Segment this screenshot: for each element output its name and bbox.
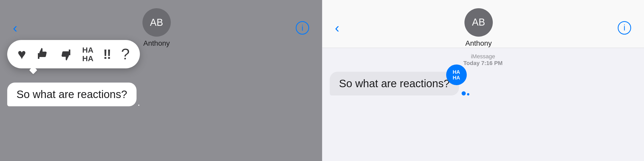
message-area-right: iMessage Today 7:16 PM So what are react… — [322, 48, 644, 161]
back-button-right[interactable]: ‹ — [335, 21, 339, 35]
bubble-container-right: So what are reactions? HA HA — [330, 72, 469, 95]
bubble-right-container: So what are reactions? HA HA — [330, 72, 459, 95]
timestamp-label: iMessage Today 7:16 PM — [330, 53, 636, 67]
back-button-left[interactable]: ‹ — [13, 21, 17, 35]
info-button-left[interactable]: i — [296, 21, 309, 35]
bubble-row: So what are reactions? HA HA — [330, 72, 469, 95]
avatar-left[interactable]: AB — [142, 8, 171, 37]
info-button-right[interactable]: i — [618, 21, 631, 35]
contact-name-left: Anthony — [143, 39, 170, 47]
message-area-left: So what are reactions? — [7, 83, 137, 106]
reaction-thumbs-down[interactable] — [59, 47, 72, 61]
reaction-question[interactable]: ? — [121, 46, 130, 62]
header-center-left: AB Anthony — [142, 8, 171, 47]
contact-name-right: Anthony — [465, 39, 492, 47]
reaction-picker: ♥ HA HA ‼ ? — [7, 40, 140, 68]
reaction-thumbs-up[interactable] — [36, 47, 49, 61]
reaction-badge-haha[interactable]: HA HA — [446, 65, 467, 85]
panel-divider — [322, 0, 322, 161]
avatar-right[interactable]: AB — [464, 8, 493, 37]
header-center-right: AB Anthony — [464, 8, 493, 47]
tail-dot-large — [462, 91, 466, 95]
tail-dot-small — [467, 93, 469, 95]
header-right: ‹ AB Anthony i — [322, 0, 644, 48]
timestamp-value: Today 7:16 PM — [463, 60, 503, 66]
panel-right: ‹ AB Anthony i iMessage Today 7:16 PM So… — [322, 0, 644, 161]
message-bubble-left[interactable]: So what are reactions? — [7, 83, 137, 106]
message-bubble-right[interactable]: So what are reactions? — [330, 72, 459, 95]
reaction-heart[interactable]: ♥ — [18, 47, 26, 61]
reaction-haha[interactable]: HA HA — [82, 46, 93, 63]
panel-left: ‹ AB Anthony i ♥ HA HA — [0, 0, 322, 161]
reaction-exclaim[interactable]: ‼ — [103, 47, 111, 61]
bubble-tail-dots — [462, 91, 469, 95]
